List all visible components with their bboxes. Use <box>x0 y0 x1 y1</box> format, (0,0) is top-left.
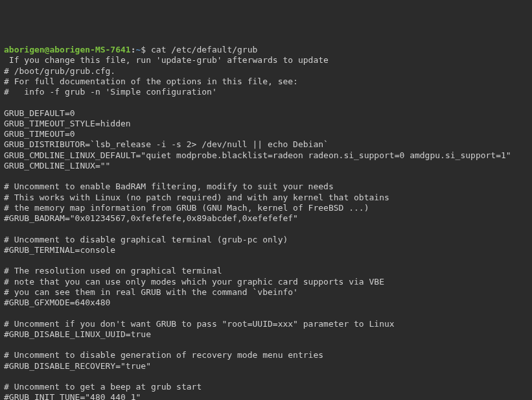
output-line: # info -f grub -n 'Simple configuration' <box>4 87 217 97</box>
output-line: GRUB_CMDLINE_LINUX_DEFAULT="quiet modpro… <box>4 150 511 160</box>
output-line: #GRUB_TERMINAL=console <box>4 245 115 255</box>
output-line: GRUB_TIMEOUT_STYLE=hidden <box>4 119 131 128</box>
output-line: #GRUB_DISABLE_LINUX_UUID=true <box>4 329 151 339</box>
prompt-user-host: aborigen@aborigen-MS-7641 <box>4 45 131 54</box>
output-line: If you change this file, run 'update-gru… <box>4 55 329 65</box>
output-line: GRUB_TIMEOUT=0 <box>4 129 75 139</box>
output-line: #GRUB_BADRAM="0x01234567,0xfefefefe,0x89… <box>4 213 298 223</box>
output-line: # /boot/grub/grub.cfg. <box>4 66 115 76</box>
output-line: GRUB_CMDLINE_LINUX="" <box>4 161 110 171</box>
output-line: GRUB_DISTRIBUTOR=`lsb_release -i -s 2> /… <box>4 139 329 149</box>
output-line: # note that you can use only modes which… <box>4 277 384 287</box>
prompt-dollar: $ <box>141 45 151 54</box>
output-line: # you can see them in real GRUB with the… <box>4 287 298 297</box>
output-line: # For full documentation of the options … <box>4 76 298 86</box>
output-line: # This works with Linux (no patch requir… <box>4 193 389 202</box>
output-line: GRUB_DEFAULT=0 <box>4 108 75 118</box>
prompt-line-1: aborigen@aborigen-MS-7641:~$ cat /etc/de… <box>4 45 257 54</box>
output-line: # Uncomment to disable generation of rec… <box>4 350 323 360</box>
output-line: # Uncomment to disable graphical termina… <box>4 235 288 244</box>
output-line: # Uncomment if you don't want GRUB to pa… <box>4 319 395 329</box>
output-line: # The resolution used on graphical termi… <box>4 266 222 276</box>
output-line: #GRUB_INIT_TUNE="480 440 1" <box>4 392 141 400</box>
output-line: # Uncomment to enable BadRAM filtering, … <box>4 182 334 191</box>
output-line: # Uncomment to get a beep at grub start <box>4 382 202 392</box>
output-line: #GRUB_GFXMODE=640x480 <box>4 298 110 307</box>
command-text: cat /etc/default/grub <box>151 45 257 54</box>
prompt-colon: : <box>131 45 136 54</box>
output-line: #GRUB_DISABLE_RECOVERY="true" <box>4 361 151 371</box>
output-line: # the memory map information from GRUB (… <box>4 203 369 213</box>
terminal-output[interactable]: aborigen@aborigen-MS-7641:~$ cat /etc/de… <box>4 45 528 400</box>
